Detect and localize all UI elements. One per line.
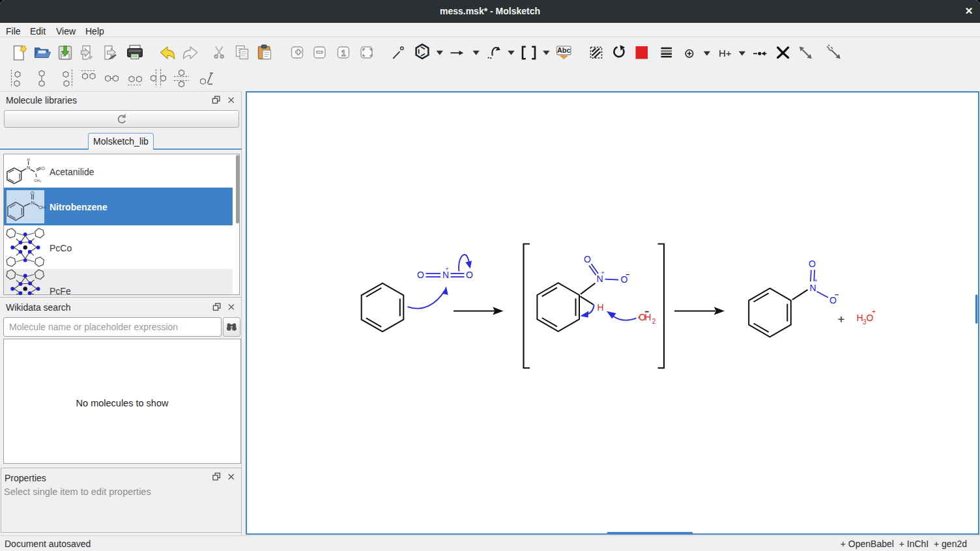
svg-text:2: 2 [652, 318, 656, 325]
svg-text:O: O [31, 190, 35, 196]
svg-text:OH: OH [38, 205, 46, 210]
svg-text:N: N [809, 283, 816, 293]
svg-text:N: N [27, 165, 30, 171]
svg-text:O: O [809, 259, 816, 269]
svg-text:O: O [829, 295, 837, 305]
svg-text:H: H [644, 312, 651, 322]
svg-text:+: + [601, 269, 605, 276]
svg-text:+: + [872, 308, 876, 315]
svg-text:O: O [417, 270, 424, 280]
svg-text:O: O [41, 166, 45, 171]
svg-text:H: H [597, 302, 603, 313]
svg-text:O: O [621, 274, 628, 285]
svg-text:N: N [31, 200, 35, 206]
svg-text:O: O [584, 254, 591, 264]
svg-text:+: + [445, 265, 449, 272]
svg-text:CH₃: CH₃ [34, 178, 42, 182]
svg-text:O: O [466, 270, 473, 280]
svg-text:H: H [27, 158, 30, 162]
